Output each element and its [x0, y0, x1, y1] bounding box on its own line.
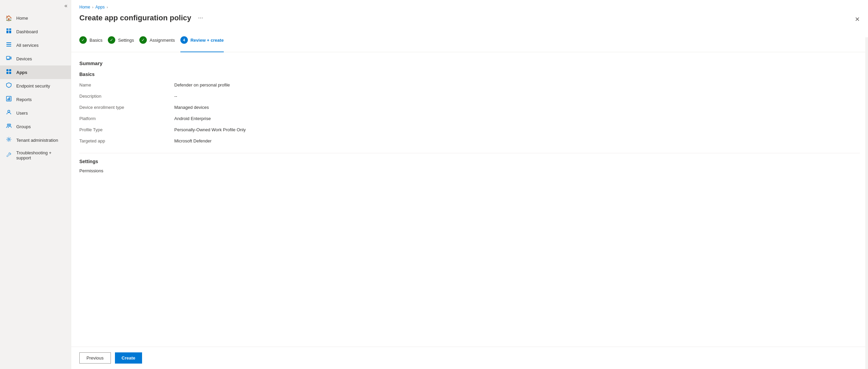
wrench-icon: [5, 152, 12, 159]
list-icon: [5, 42, 12, 48]
step-label-basics: Basics: [90, 38, 102, 43]
breadcrumb-home[interactable]: Home: [79, 5, 90, 9]
sidebar-item-label: Dashboard: [16, 29, 38, 34]
breadcrumb-apps[interactable]: Apps: [95, 5, 104, 9]
sidebar-item-endpoint-security[interactable]: Endpoint security: [0, 79, 71, 93]
name-value: Defender on personal profile: [174, 81, 860, 89]
svg-rect-13: [9, 72, 11, 74]
svg-rect-3: [9, 31, 11, 33]
basics-info-grid: Name Defender on personal profile Descri…: [79, 81, 860, 145]
summary-title: Summary: [79, 60, 860, 66]
sidebar-item-troubleshooting[interactable]: Troubleshooting + support: [0, 147, 71, 164]
wizard-step-assignments[interactable]: ✓ Assignments: [139, 34, 180, 46]
step-label-settings: Settings: [118, 38, 134, 43]
page-title: Create app configuration policy: [79, 14, 191, 22]
sidebar-item-label: Users: [16, 111, 28, 116]
breadcrumb: Home › Apps ›: [71, 0, 868, 9]
svg-rect-1: [9, 28, 11, 30]
create-button[interactable]: Create: [115, 352, 142, 364]
page-header: Create app configuration policy ··· ✕: [71, 9, 868, 28]
user-icon: [5, 110, 12, 116]
svg-rect-15: [7, 99, 8, 100]
sidebar-item-users[interactable]: Users: [0, 106, 71, 120]
sidebar-collapse-control: «: [0, 0, 71, 12]
step-label-assignments: Assignments: [150, 38, 175, 43]
sidebar-item-devices[interactable]: Devices: [0, 52, 71, 65]
breadcrumb-separator-2: ›: [107, 5, 108, 9]
sidebar-item-label: Home: [16, 16, 28, 21]
wizard-step-review-create[interactable]: 4 Review + create: [180, 34, 229, 46]
previous-button[interactable]: Previous: [79, 352, 111, 364]
svg-rect-5: [6, 44, 11, 45]
targeted-app-value: Microsoft Defender: [174, 137, 860, 145]
reports-icon: [5, 96, 12, 103]
breadcrumb-separator-1: ›: [92, 5, 93, 9]
groups-icon: [5, 123, 12, 130]
sidebar-item-home[interactable]: 🏠 Home: [0, 12, 71, 25]
sidebar-item-apps[interactable]: Apps: [0, 65, 71, 79]
permissions-label: Permissions: [79, 168, 860, 181]
home-icon: 🏠: [5, 15, 12, 21]
svg-rect-16: [8, 98, 9, 100]
sidebar-item-label: Devices: [16, 56, 32, 61]
svg-rect-2: [6, 31, 8, 33]
profile-type-value: Personally-Owned Work Profile Only: [174, 126, 860, 134]
svg-rect-0: [6, 28, 8, 30]
svg-rect-8: [10, 57, 11, 59]
platform-label: Platform: [79, 115, 174, 122]
svg-point-21: [8, 139, 10, 140]
sidebar-item-tenant-admin[interactable]: Tenant administration: [0, 133, 71, 147]
sidebar-item-dashboard[interactable]: Dashboard: [0, 25, 71, 38]
svg-rect-17: [9, 97, 10, 100]
shield-icon: [5, 82, 12, 89]
name-label: Name: [79, 81, 174, 89]
wizard-step-basics[interactable]: ✓ Basics: [79, 34, 108, 46]
apps-icon: [5, 69, 12, 76]
wizard-step-settings[interactable]: ✓ Settings: [108, 34, 139, 46]
page-menu-button[interactable]: ···: [195, 13, 206, 23]
sidebar-item-all-services[interactable]: All services: [0, 38, 71, 52]
description-label: Description: [79, 92, 174, 100]
platform-value: Android Enterprise: [174, 115, 860, 122]
step-check-icon-assignments: ✓: [139, 36, 147, 44]
svg-point-18: [8, 110, 10, 112]
sidebar-item-label: Troubleshooting + support: [16, 150, 65, 160]
svg-point-20: [9, 124, 11, 126]
step-check-icon-settings: ✓: [108, 36, 115, 44]
description-value: --: [174, 92, 860, 100]
svg-rect-6: [6, 46, 11, 46]
sidebar-item-label: Reports: [16, 97, 32, 102]
main-content: Home › Apps › Create app configuration p…: [71, 0, 868, 369]
sidebar-collapse-button[interactable]: «: [64, 3, 67, 9]
devices-icon: [5, 55, 12, 62]
sidebar-item-label: Apps: [16, 70, 27, 75]
sidebar-item-label: Endpoint security: [16, 83, 50, 89]
section-divider: [79, 153, 860, 153]
svg-rect-7: [6, 56, 10, 59]
step-label-review-create: Review + create: [191, 38, 224, 43]
profile-type-label: Profile Type: [79, 126, 174, 134]
device-enrollment-value: Managed devices: [174, 103, 860, 111]
sidebar-item-groups[interactable]: Groups: [0, 120, 71, 133]
targeted-app-label: Targeted app: [79, 137, 174, 145]
sidebar-item-reports[interactable]: Reports: [0, 93, 71, 106]
settings-section-title: Settings: [79, 159, 860, 164]
step-num-icon-review: 4: [180, 36, 188, 44]
sidebar-item-label: All services: [16, 43, 39, 48]
svg-rect-12: [6, 72, 8, 74]
sidebar: « 🏠 Home Dashboard All services Devices …: [0, 0, 71, 369]
svg-rect-4: [6, 42, 11, 43]
wizard-steps: ✓ Basics ✓ Settings ✓ Assignments 4 Revi…: [71, 28, 868, 52]
sidebar-item-label: Tenant administration: [16, 138, 58, 143]
footer: Previous Create: [71, 347, 868, 369]
dashboard-icon: [5, 28, 12, 35]
sidebar-item-label: Groups: [16, 124, 31, 129]
device-enrollment-label: Device enrollment type: [79, 103, 174, 111]
gear-icon: [5, 137, 12, 143]
basics-section-title: Basics: [79, 72, 860, 77]
content-area: Summary Basics Name Defender on personal…: [71, 52, 868, 347]
svg-rect-11: [9, 69, 11, 71]
close-button[interactable]: ✕: [855, 16, 860, 23]
step-check-icon-basics: ✓: [79, 36, 87, 44]
svg-rect-10: [6, 69, 8, 71]
